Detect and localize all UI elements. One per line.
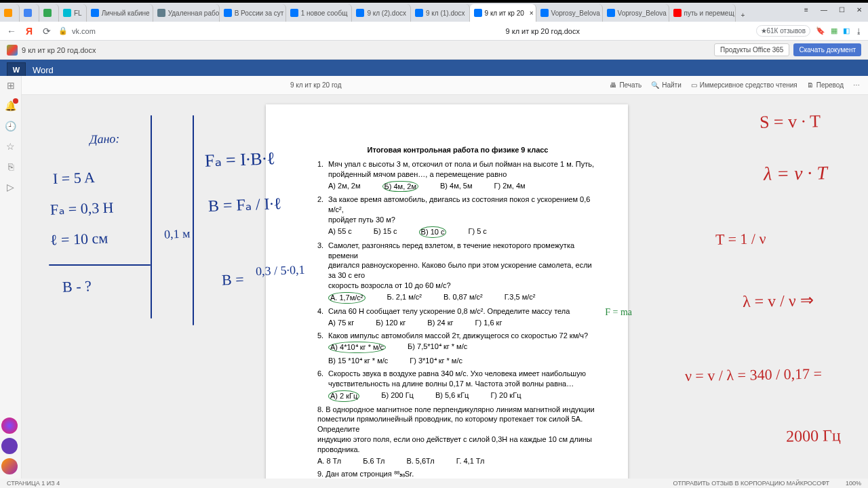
favicon-icon <box>43 9 52 17</box>
download-doc-button[interactable]: Скачать документ <box>793 43 861 56</box>
browser-tab[interactable]: 1 новое сообщ <box>286 4 353 22</box>
download-icon[interactable]: ⭳ <box>855 27 863 35</box>
immersive-button[interactable]: ▭Иммерсивное средство чтения <box>691 81 797 89</box>
print-icon: 🖶 <box>610 81 616 89</box>
tab-label: FL <box>74 9 82 17</box>
doc-subheader: 9 кл ит кр 20 год.docx Продукты Office 3… <box>0 41 868 60</box>
tab-label: Удаленная рабо <box>168 9 220 17</box>
browser-tab[interactable]: 9 кл ит кр 20× <box>470 4 536 22</box>
browser-tab[interactable] <box>0 4 20 22</box>
favicon-icon <box>24 9 32 17</box>
breadcrumb[interactable]: 9 кл ит кр 20 год.docx <box>22 46 96 54</box>
reviews-badge[interactable]: ★61К отзывов <box>756 25 811 37</box>
rail-history-icon[interactable]: 🕘 <box>5 121 16 131</box>
tab-label: 1 новое сообщ <box>301 9 348 17</box>
page-indicator: СТРАНИЦА 1 ИЗ 4 <box>7 480 60 487</box>
translate-icon: 🗎 <box>807 81 814 89</box>
rail-bell-icon[interactable]: 🔔 <box>5 100 16 111</box>
window-close-icon[interactable]: ✕ <box>853 3 865 16</box>
favicon-icon <box>4 9 12 17</box>
zoom-label: 100% <box>846 480 861 487</box>
browser-tab[interactable]: В России за сут <box>220 4 286 22</box>
browser-tab[interactable]: Личный кабине <box>87 4 153 22</box>
document-page: Итоговая контрольная работа по физике 9 … <box>266 104 628 484</box>
tab-label: 9 кл (2).docx <box>367 9 406 17</box>
browser-tab[interactable] <box>39 4 59 22</box>
yandex-logo-icon[interactable]: Я <box>23 26 35 37</box>
status-bar: СТРАНИЦА 1 ИЗ 4 ОТПРАВИТЬ ОТЗЫВ В КОРПОР… <box>0 479 868 488</box>
assistant-floaters <box>1 418 18 474</box>
products-button[interactable]: Продукты Office 365 <box>714 43 789 56</box>
doc-icon <box>7 45 18 56</box>
tab-label: В России за сут <box>235 9 284 17</box>
browser-tab[interactable] <box>20 4 39 22</box>
nav-back-icon[interactable]: ← <box>5 26 18 37</box>
alice-icon[interactable] <box>1 418 18 434</box>
browser-tab-strip: FLЛичный кабинеУдаленная рабоВ России за… <box>0 3 868 22</box>
document-canvas: Итоговая контрольная работа по физике 9 … <box>22 95 868 479</box>
page-content: Итоговая контрольная работа по физике 9 … <box>317 145 598 488</box>
feedback-link[interactable]: ОТПРАВИТЬ ОТЗЫВ В КОРПОРАЦИЮ МАЙКРОСОФТ <box>673 480 829 487</box>
favicon-icon <box>474 9 482 17</box>
tab-label: Личный кабине <box>102 9 150 17</box>
favicon-icon <box>673 9 682 17</box>
ext2-icon[interactable]: ◧ <box>843 26 850 35</box>
window-chrome: ≡ — ☐ ✕ <box>797 3 868 16</box>
rail-apps-icon[interactable]: ⊞ <box>7 80 15 91</box>
bookmark-icon[interactable]: 🔖 <box>816 26 825 35</box>
tab-label: 9 кл (1).docx <box>426 9 465 17</box>
doc-heading: Итоговая контрольная работа по физике 9 … <box>317 145 598 155</box>
tab-label: путь и перемещ <box>684 9 734 17</box>
page-title: 9 кл ит кр 20 год.docx <box>335 27 751 35</box>
word-logo-icon: W <box>7 62 26 77</box>
tab-label: Voprosy_Belova <box>551 9 600 17</box>
more-icon[interactable]: ⋯ <box>853 81 860 89</box>
window-max-icon[interactable]: ☐ <box>835 3 848 16</box>
doc-title: 9 кл ит кр 20 год <box>22 81 610 89</box>
browser-tab[interactable]: 9 кл (1).docx <box>411 4 470 22</box>
favicon-icon <box>63 9 71 17</box>
window-other-icon[interactable]: ≡ <box>800 3 812 16</box>
url-text: vk.com <box>72 27 96 35</box>
search-icon: 🔍 <box>651 81 659 89</box>
assistant3-icon[interactable] <box>1 458 18 474</box>
tab-label: 9 кл ит кр 20 <box>485 9 524 17</box>
find-button[interactable]: 🔍Найти <box>651 81 682 89</box>
rail-star-icon[interactable]: ☆ <box>6 141 15 152</box>
ext1-icon[interactable]: ▦ <box>831 26 837 35</box>
favicon-icon <box>607 9 615 17</box>
close-tab-icon[interactable]: × <box>530 9 534 17</box>
rail-play-icon[interactable]: ▷ <box>7 182 14 192</box>
browser-tab[interactable]: Voprosy_Belova <box>603 4 669 22</box>
handwriting-fma: F = ma <box>605 306 632 319</box>
browser-tab[interactable]: путь и перемещ <box>669 4 736 22</box>
favicon-icon <box>157 9 165 17</box>
print-button[interactable]: 🖶Печать <box>610 81 642 89</box>
tab-label: Voprosy_Belova <box>618 9 667 17</box>
translate-button[interactable]: 🗎Перевод <box>807 81 844 89</box>
favicon-icon <box>290 9 298 17</box>
favicon-icon <box>415 9 423 17</box>
assistant2-icon[interactable] <box>1 438 18 454</box>
browser-tab[interactable]: Удаленная рабо <box>153 4 220 22</box>
favicon-icon <box>540 9 549 17</box>
lock-icon: 🔒 <box>58 26 68 35</box>
browser-tab[interactable]: 9 кл (2).docx <box>352 4 411 22</box>
rail-share-icon[interactable]: ⎘ <box>8 161 14 172</box>
book-icon: ▭ <box>691 81 697 89</box>
doc-toolbar: 9 кл ит кр 20 год 🖶Печать 🔍Найти ▭Иммерс… <box>22 76 868 95</box>
address-bar[interactable]: 🔒 vk.com <box>58 26 330 35</box>
favicon-icon <box>91 9 99 17</box>
favicon-icon <box>224 9 232 17</box>
browser-tab[interactable]: FL <box>59 4 87 22</box>
window-min-icon[interactable]: — <box>818 3 830 16</box>
new-tab-button[interactable]: + <box>736 9 751 22</box>
nav-reload-icon[interactable]: ⟳ <box>41 26 53 37</box>
favicon-icon <box>356 9 364 17</box>
browser-toolbar: ← Я ⟳ 🔒 vk.com 9 кл ит кр 20 год.docx ★6… <box>0 22 868 41</box>
browser-tab[interactable]: Voprosy_Belova <box>536 4 603 22</box>
word-app-name: Word <box>33 65 54 75</box>
